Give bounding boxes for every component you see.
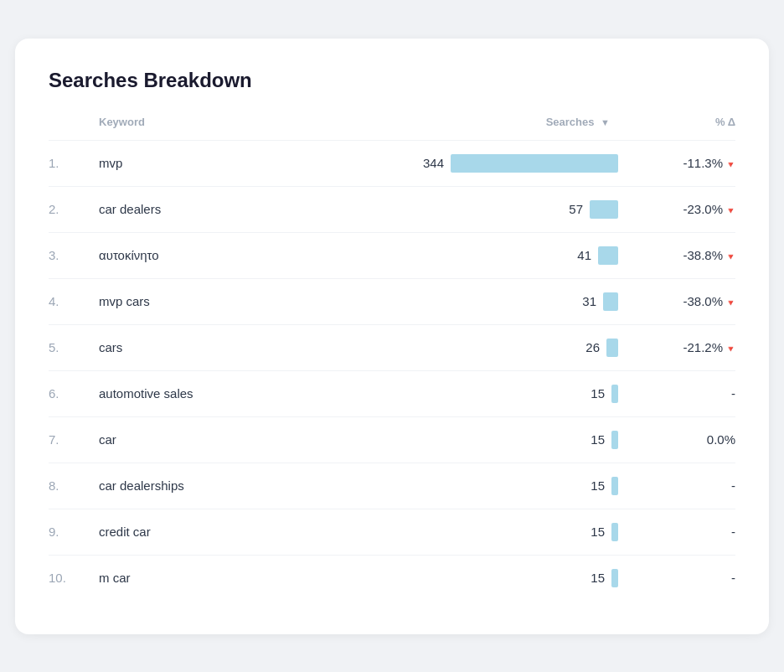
arrow-down-icon: 🔻 [725, 160, 735, 169]
table-row: 9.credit car15- [49, 509, 735, 555]
percent-negative: -11.3% [683, 156, 723, 170]
percent-negative: -21.2% [683, 340, 723, 354]
searches-number: 15 [581, 525, 605, 539]
cell-keyword: mvp [99, 140, 333, 186]
cell-rank: 8. [49, 463, 99, 509]
column-header-percent: % Δ [618, 116, 735, 141]
cell-rank: 10. [49, 555, 99, 601]
bar-container [598, 246, 618, 265]
search-bar [590, 200, 618, 219]
searches-number: 15 [581, 432, 605, 447]
table-row: 3.αυτοκίνητο41-38.8%🔻 [49, 232, 735, 278]
search-bar [611, 523, 618, 541]
cell-rank: 1. [49, 140, 99, 186]
cell-keyword: m car [99, 555, 333, 601]
cell-rank: 6. [49, 370, 99, 416]
cell-searches: 31 [333, 278, 618, 324]
searches-number: 57 [560, 202, 583, 216]
cell-keyword: mvp cars [99, 278, 333, 324]
sort-icon: ▼ [601, 117, 610, 127]
cell-searches: 15 [333, 463, 618, 509]
bar-container [611, 477, 618, 495]
column-header-searches[interactable]: Searches ▼ [333, 116, 618, 141]
cell-rank: 3. [49, 232, 99, 278]
search-bar [451, 154, 618, 173]
bar-container [611, 523, 618, 541]
table-row: 8.car dealerships15- [49, 463, 735, 509]
searches-number: 15 [581, 386, 605, 401]
search-bar [611, 569, 618, 587]
percent-dash: - [731, 478, 735, 493]
arrow-down-icon: 🔻 [725, 344, 735, 354]
search-bar [598, 246, 618, 265]
arrow-down-icon: 🔻 [725, 298, 735, 308]
bar-container [603, 292, 618, 311]
cell-searches: 57 [333, 186, 618, 232]
searches-number: 41 [568, 248, 591, 262]
cell-rank: 5. [49, 324, 99, 370]
cell-searches: 15 [333, 555, 618, 601]
cell-keyword: car dealerships [99, 463, 333, 509]
cell-keyword: automotive sales [99, 370, 333, 416]
table-row: 7.car150.0% [49, 416, 735, 463]
bar-container [451, 154, 618, 173]
cell-rank: 9. [49, 509, 99, 555]
cell-percent: -21.2%🔻 [618, 324, 735, 370]
searches-number: 26 [576, 340, 600, 354]
search-bar [611, 385, 618, 403]
table-row: 1.mvp344-11.3%🔻 [49, 140, 735, 186]
cell-percent: - [618, 555, 735, 601]
table-header-row: Keyword Searches ▼ % Δ [49, 116, 735, 141]
searches-number: 15 [581, 478, 605, 493]
percent-dash: - [731, 571, 735, 585]
cell-searches: 344 [333, 140, 618, 186]
cell-percent: - [618, 463, 735, 509]
cell-rank: 7. [49, 416, 99, 463]
search-bar [603, 292, 618, 311]
column-header-keyword: Keyword [99, 116, 333, 141]
search-bar [611, 477, 618, 495]
cell-percent: -11.3%🔻 [618, 140, 735, 186]
cell-searches: 26 [333, 324, 618, 370]
percent-dash: - [731, 386, 735, 401]
percent-negative: -38.0% [683, 294, 723, 308]
bar-container [606, 339, 618, 357]
percent-dash: - [731, 525, 735, 539]
cell-percent: -38.0%🔻 [618, 278, 735, 324]
table-row: 6.automotive sales15- [49, 370, 735, 416]
cell-searches: 15 [333, 416, 618, 463]
table-row: 2.car dealers57-23.0%🔻 [49, 186, 735, 232]
cell-keyword: credit car [99, 509, 333, 555]
search-bar [606, 339, 618, 357]
cell-searches: 15 [333, 370, 618, 416]
cell-percent: 0.0% [618, 416, 735, 463]
cell-searches: 41 [333, 232, 618, 278]
table-row: 10.m car15- [49, 555, 735, 601]
table-row: 4.mvp cars31-38.0%🔻 [49, 278, 735, 324]
searches-breakdown-card: Searches Breakdown Keyword Searches ▼ % … [15, 39, 769, 634]
bar-container [590, 200, 618, 219]
searches-number: 344 [420, 156, 444, 170]
cell-keyword: cars [99, 324, 333, 370]
cell-keyword: car [99, 416, 333, 463]
cell-percent: -38.8%🔻 [618, 232, 735, 278]
cell-keyword: αυτοκίνητο [99, 232, 333, 278]
table-body: 1.mvp344-11.3%🔻2.car dealers57-23.0%🔻3.α… [49, 140, 735, 601]
bar-container [611, 569, 618, 587]
search-bar [611, 431, 618, 449]
searches-number: 31 [573, 294, 596, 308]
bar-container [611, 431, 618, 449]
cell-rank: 2. [49, 186, 99, 232]
cell-percent: -23.0%🔻 [618, 186, 735, 232]
arrow-down-icon: 🔻 [725, 206, 735, 215]
cell-rank: 4. [49, 278, 99, 324]
percent-negative: -23.0% [683, 202, 723, 216]
card-title: Searches Breakdown [49, 69, 735, 92]
searches-table: Keyword Searches ▼ % Δ 1.mvp344-11.3%🔻2.… [49, 116, 735, 601]
bar-container [611, 385, 618, 403]
cell-keyword: car dealers [99, 186, 333, 232]
table-row: 5.cars26-21.2%🔻 [49, 324, 735, 370]
percent-negative: -38.8% [683, 248, 723, 262]
searches-number: 15 [581, 571, 605, 585]
percent-zero: 0.0% [707, 432, 735, 447]
